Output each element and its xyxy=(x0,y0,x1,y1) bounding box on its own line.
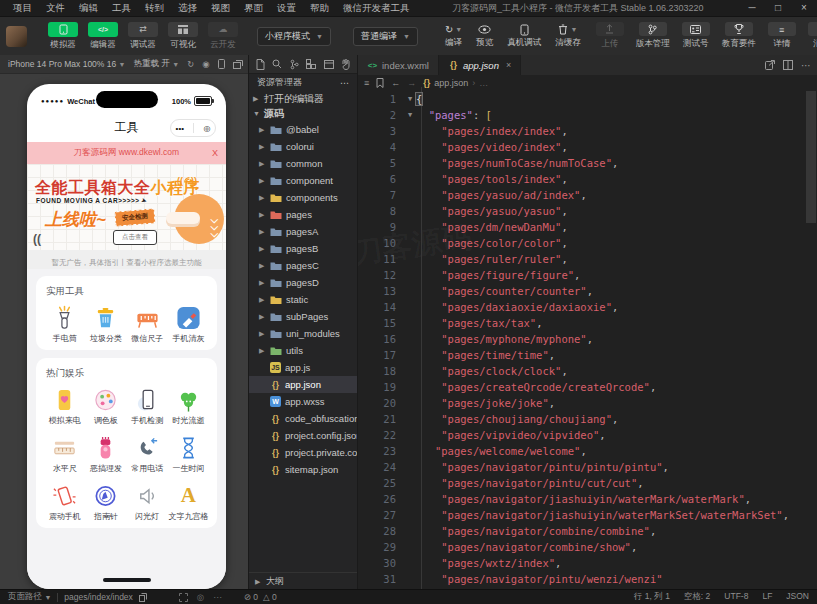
more-icon[interactable]: ⋯ xyxy=(801,60,811,71)
tool-文字九宫格[interactable]: A 文字九宫格 xyxy=(168,483,209,522)
editor-scrollbar[interactable] xyxy=(806,91,816,223)
toggle-模拟器[interactable]: 模拟器 xyxy=(47,22,79,51)
code-line[interactable]: 29 "pages/navigator/combine/show", xyxy=(358,539,805,555)
code-line[interactable]: 30 "pages/wxtz/index", xyxy=(358,555,805,571)
tree-item-project.private.config.js…[interactable]: {}project.private.config.js… xyxy=(249,444,357,461)
remote-debug-button[interactable]: 真机调试 xyxy=(507,23,541,49)
record-icon[interactable]: ◎ xyxy=(197,592,204,602)
menu-选择[interactable]: 选择 xyxy=(171,2,204,15)
more-icon[interactable]: ••• xyxy=(176,124,184,133)
code-line[interactable]: 31 "pages/navigator/pintu/wenzi/wenzi" xyxy=(358,571,805,587)
fold-caret-icon[interactable]: ▼ xyxy=(404,91,416,107)
tree-item-common[interactable]: ▶common xyxy=(249,155,357,172)
tree-item-pagesA[interactable]: ▶pagesA xyxy=(249,223,357,240)
tool-震动手机[interactable]: 震动手机 xyxy=(44,483,85,522)
capsule-menu[interactable]: ••• ◎ xyxy=(170,119,216,137)
menu-视图[interactable]: 视图 xyxy=(204,2,237,15)
tool-手机清灰[interactable]: 手机清灰 xyxy=(168,305,209,344)
toggle-调试器[interactable]: ⇄ 调试器 xyxy=(127,22,159,51)
banner-ticket-primary[interactable]: 安全检测 xyxy=(114,208,155,226)
code-line[interactable]: 23 "pages/welcome/welcome", xyxy=(358,443,805,459)
code-line[interactable]: 13 "pages/counter/counter", xyxy=(358,283,805,299)
tree-item-app.js[interactable]: JSapp.js xyxy=(249,359,357,376)
language-mode[interactable]: JSON xyxy=(786,591,809,603)
notice-close-icon[interactable]: X xyxy=(212,148,218,158)
code-line[interactable]: 1▼{ xyxy=(358,91,805,107)
tool-时光流逝[interactable]: 时光流逝 xyxy=(168,387,209,426)
window-icon[interactable] xyxy=(324,60,334,69)
compile-button[interactable]: ↻▼ 编译 xyxy=(445,23,462,49)
code-line[interactable]: 24 "pages/navigator/pintu/pintu/pintu", xyxy=(358,459,805,475)
code-line[interactable]: 14 "pages/daxiaoxie/daxiaoxie", xyxy=(358,299,805,315)
outline-section[interactable]: ▶ 大纲 xyxy=(249,572,357,590)
code-line[interactable]: 15 "pages/tax/tax", xyxy=(358,315,805,331)
files-icon[interactable] xyxy=(256,59,265,70)
maximize-icon[interactable]: □ xyxy=(765,0,791,16)
code-line[interactable]: 12 "pages/figure/figure", xyxy=(358,267,805,283)
menu-界面[interactable]: 界面 xyxy=(237,2,270,15)
code-line[interactable]: 7 "pages/yasuo/ad/index", xyxy=(358,187,805,203)
code-line[interactable]: 3 "pages/index/index", xyxy=(358,123,805,139)
indent-setting[interactable]: 空格: 2 xyxy=(684,591,710,603)
clear-cache-button[interactable]: ▼ 清缓存 xyxy=(555,23,581,49)
tool-常用电话[interactable]: 常用电话 xyxy=(127,435,168,474)
copy-icon[interactable] xyxy=(139,593,147,602)
mode-dropdown[interactable]: 小程序模式▼ xyxy=(257,27,331,46)
nav-forward-icon[interactable]: → xyxy=(407,78,416,88)
cursor-position[interactable]: 行 1, 列 1 xyxy=(634,591,670,603)
tree-item-app.wxss[interactable]: Wapp.wxss xyxy=(249,393,357,410)
detach-window-icon[interactable] xyxy=(233,59,243,69)
breadcrumb[interactable]: {} app.json › … xyxy=(423,78,488,88)
action-教育要件[interactable]: 教育要件 xyxy=(722,22,756,50)
menu-微信开发者工具[interactable]: 微信开发者工具 xyxy=(336,2,417,15)
code-line[interactable]: 18 "pages/clock/clock", xyxy=(358,363,805,379)
split-editor-icon[interactable] xyxy=(783,60,793,70)
tree-item-subPages[interactable]: ▶subPages xyxy=(249,308,357,325)
code-line[interactable]: 8 "pages/yasuo/yasuo", xyxy=(358,203,805,219)
action-详情[interactable]: ≡ 详情 xyxy=(768,22,796,50)
search-icon[interactable] xyxy=(272,59,282,69)
code-line[interactable]: 9 "pages/dm/newDanMu", xyxy=(358,219,805,235)
eol[interactable]: LF xyxy=(762,591,772,603)
tree-item-uni_modules[interactable]: ▶uni_modules xyxy=(249,325,357,342)
tree-item-pagesD[interactable]: ▶pagesD xyxy=(249,274,357,291)
hot-reload-toggle[interactable]: 热重载 开 ▼ xyxy=(134,58,180,70)
tree-item-pages[interactable]: ▶pages xyxy=(249,206,357,223)
tree-item-static[interactable]: ▶static xyxy=(249,291,357,308)
device-selector[interactable]: iPhone 14 Pro Max 100% 16 ▼ xyxy=(8,59,126,69)
fullscreen-icon[interactable] xyxy=(179,592,188,602)
code-line[interactable]: 11 "pages/ruler/ruler", xyxy=(358,251,805,267)
project-root-section[interactable]: ▼ 源码 xyxy=(249,106,357,121)
avatar[interactable] xyxy=(6,26,27,47)
menu-转到[interactable]: 转到 xyxy=(138,2,171,15)
code-area[interactable]: 1▼{2▼ "pages": [3 "pages/index/index",4 … xyxy=(358,91,805,590)
action-测试号[interactable]: 测试号 xyxy=(682,22,710,50)
encoding[interactable]: UTF-8 xyxy=(724,591,748,603)
hand-icon[interactable] xyxy=(341,59,350,70)
compile-scheme-dropdown[interactable]: 普通编译▼ xyxy=(353,27,418,46)
tree-item-pagesB[interactable]: ▶pagesB xyxy=(249,240,357,257)
tree-item-component[interactable]: ▶component xyxy=(249,172,357,189)
more-icon[interactable]: ⋯ xyxy=(340,78,349,88)
code-line[interactable]: 20 "pages/joke/joke", xyxy=(358,395,805,411)
action-上传[interactable]: 上传 xyxy=(596,22,624,50)
toggle-云开发[interactable]: ☁ 云开发 xyxy=(207,22,239,51)
open-preview-icon[interactable] xyxy=(765,60,775,70)
code-line[interactable]: 21 "pages/choujiang/choujiang", xyxy=(358,411,805,427)
blocks-icon[interactable] xyxy=(306,59,316,69)
code-line[interactable]: 2▼ "pages": [ xyxy=(358,107,805,123)
tree-item-components[interactable]: ▶components xyxy=(249,189,357,206)
problems-indicator[interactable]: ⊘ 0 △ 0 xyxy=(244,592,277,602)
menu-工具[interactable]: 工具 xyxy=(105,2,138,15)
tree-item-sitemap.json[interactable]: {}sitemap.json xyxy=(249,461,357,478)
action-消息[interactable]: 消息 xyxy=(808,22,817,50)
promo-banner[interactable]: 全能工具箱大全小程序 (()) FOUND MOVING A CAR>>>>>➤… xyxy=(27,164,226,250)
close-target-icon[interactable]: ◎ xyxy=(203,124,210,133)
bookmark-icon[interactable] xyxy=(376,78,384,88)
device-frame-icon[interactable] xyxy=(218,59,225,69)
tree-item-colorui[interactable]: ▶colorui xyxy=(249,138,357,155)
preview-button[interactable]: 预览 xyxy=(476,23,493,49)
tool-恶搞理发[interactable]: 恶搞理发 xyxy=(85,435,126,474)
menu-文件[interactable]: 文件 xyxy=(39,2,72,15)
tool-闪光灯[interactable]: 闪光灯 xyxy=(127,483,168,522)
